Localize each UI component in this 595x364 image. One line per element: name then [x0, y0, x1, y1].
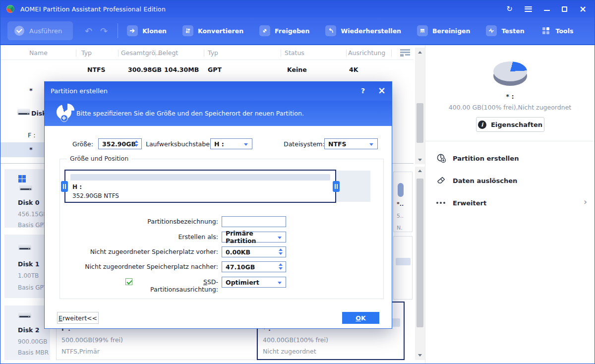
wipe-icon: [417, 25, 428, 36]
partition-name-field[interactable]: [226, 218, 282, 226]
size-input[interactable]: 352.90GB: [98, 138, 142, 149]
disk-icon: [18, 243, 31, 250]
spinner-icons[interactable]: [134, 140, 138, 147]
windows-logo-icon: [18, 175, 26, 182]
maximize-icon[interactable]: [562, 6, 567, 12]
dialog-banner: Bitte spezifizieren Sie die Größe und de…: [45, 101, 392, 126]
toolbar: Ausführen ↶ ↷ Klonen Konvertieren: [0, 17, 595, 45]
advanced-button[interactable]: Erweitert<<: [57, 312, 99, 324]
resize-handle-left[interactable]: [61, 181, 68, 192]
row-cell-type: GPT: [208, 66, 222, 73]
toolbar-button-tools[interactable]: Tools: [540, 25, 574, 36]
dropdown-arrow-icon: [278, 282, 282, 284]
close-icon[interactable]: ×: [579, 4, 587, 13]
spinner-icons[interactable]: [279, 263, 283, 270]
toolbar-button-test[interactable]: Testen: [486, 25, 524, 36]
minimize-icon[interactable]: [544, 10, 550, 11]
partition-block-partial-2[interactable]: [393, 236, 413, 300]
tools-icon: [540, 25, 551, 36]
disk-card-1[interactable]: Disk 1 1.00TB Basis GPT: [4, 235, 50, 298]
partition-name-input[interactable]: [222, 216, 286, 227]
test-icon: [486, 25, 497, 36]
row-cell-fs: NTFS: [87, 66, 106, 73]
column-header-typ2[interactable]: Typ: [208, 49, 218, 57]
dialog-header: Partition erstellen ? ×: [45, 82, 392, 101]
drive-letter-select[interactable]: H :: [210, 138, 252, 149]
menu-icon[interactable]: [525, 6, 532, 12]
tree-item-selected[interactable]: *: [0, 142, 44, 157]
column-header-name[interactable]: Name: [29, 49, 48, 57]
label-partition-name: Partitionsbezeichnung:: [55, 218, 218, 225]
disk-icon: [19, 184, 32, 190]
app-window: AOMEI Partition Assistant Professional E…: [0, 0, 595, 364]
toolbar-button-clone[interactable]: Klonen: [127, 25, 167, 36]
column-header-typ[interactable]: Typ: [81, 49, 92, 57]
dropdown-arrow-icon: [244, 143, 248, 146]
scrollbar-list[interactable]: [415, 48, 425, 164]
usage-bar: [396, 258, 411, 265]
tree-item-f[interactable]: F :: [28, 131, 35, 139]
help-icon[interactable]: ?: [361, 87, 365, 95]
action-advanced[interactable]: Erweitert ›: [425, 192, 595, 214]
ok-button[interactable]: OK: [342, 312, 379, 324]
column-header-align[interactable]: Ausrichtung: [348, 49, 385, 57]
column-header-used[interactable]: Belegt: [158, 49, 178, 57]
create-partition-dialog: Partition erstellen ? × Bitte spezifizie…: [44, 81, 392, 329]
convert-icon: [182, 25, 193, 36]
toolbar-button-restore[interactable]: Wiederherstellen: [325, 25, 401, 36]
app-logo-icon: [6, 5, 14, 13]
scroll-up-icon[interactable]: [418, 170, 422, 172]
ssd-alignment-checkbox[interactable]: [125, 278, 132, 285]
disk-card-0[interactable]: Disk 0 456.15GB Basis GPT: [4, 169, 50, 228]
restore-icon: [325, 25, 336, 36]
tree-item-volume[interactable]: *: [29, 87, 33, 94]
layout-toggle-icon[interactable]: [400, 49, 410, 57]
plus-icon: [60, 115, 68, 122]
scroll-down-icon[interactable]: [418, 159, 422, 161]
toolbar-button-share[interactable]: Freigeben: [259, 25, 309, 36]
dialog-title: Partition erstellen: [51, 87, 108, 95]
selected-volume-label: * :: [425, 93, 595, 100]
label-space-before: Nicht zugeordneter Speicherplatz vorher:: [55, 248, 218, 255]
resize-handle-right[interactable]: [333, 181, 340, 192]
space-before-spinner[interactable]: 0.00KB: [222, 246, 286, 257]
partition-block-partial[interactable]: *.. 5.. N.: [393, 172, 413, 232]
disk-icon: [18, 311, 31, 318]
dropdown-arrow-icon: [278, 237, 282, 239]
titlebar: AOMEI Partition Assistant Professional E…: [0, 0, 595, 17]
row-cell-status: Keine: [287, 66, 307, 73]
share-icon: [259, 25, 270, 36]
toolbar-button-convert[interactable]: Konvertieren: [182, 25, 243, 36]
create-as-select[interactable]: Primäre Partition: [222, 232, 286, 243]
scrollbar-thumb[interactable]: [416, 103, 423, 143]
apply-button[interactable]: Ausführen: [7, 21, 73, 40]
ssd-alignment-select[interactable]: Optimiert: [222, 277, 286, 288]
selected-volume-info: 400.00 GB(100% frei),Nicht zugeordnet: [425, 104, 595, 111]
column-header-status[interactable]: Status: [285, 49, 304, 57]
group-title: Größe und Position: [67, 155, 131, 162]
filesystem-select[interactable]: NTFS: [324, 138, 378, 149]
label-space-after: Nicht zugeordneter Speicherplatz nachher…: [55, 263, 218, 270]
dialog-close-icon[interactable]: ×: [378, 85, 386, 96]
scrollbar-thumb[interactable]: [416, 179, 423, 327]
scroll-down-icon[interactable]: [418, 354, 422, 357]
undo-icon[interactable]: ↶: [85, 26, 92, 36]
spinner-icons[interactable]: [279, 248, 283, 255]
toolbar-button-wipe[interactable]: Bereinigen: [417, 25, 470, 36]
space-after-spinner[interactable]: 47.10GB: [222, 261, 286, 272]
action-wipe-data[interactable]: Daten auslöschen: [425, 170, 595, 191]
redo-icon[interactable]: ↷: [100, 26, 108, 36]
row-cell-size: 300.98GB: [128, 66, 162, 73]
toolbar-separator: [118, 23, 118, 38]
dropdown-arrow-icon: [369, 143, 373, 146]
action-create-partition[interactable]: Partition erstellen: [425, 147, 595, 169]
check-icon: [14, 26, 24, 36]
disk-card-2[interactable]: Disk 2 900.00GB Basis MBR: [4, 305, 50, 360]
refresh-icon[interactable]: ↻: [506, 5, 513, 13]
partition-size-bar[interactable]: H : 352.90GB NTFS: [64, 170, 336, 203]
disk-icon: [17, 109, 30, 115]
scrollbar-diskmap[interactable]: [415, 167, 425, 360]
properties-button[interactable]: i Eigenschaften: [476, 117, 544, 132]
scroll-up-icon[interactable]: [418, 51, 422, 54]
clone-icon: [127, 25, 138, 36]
